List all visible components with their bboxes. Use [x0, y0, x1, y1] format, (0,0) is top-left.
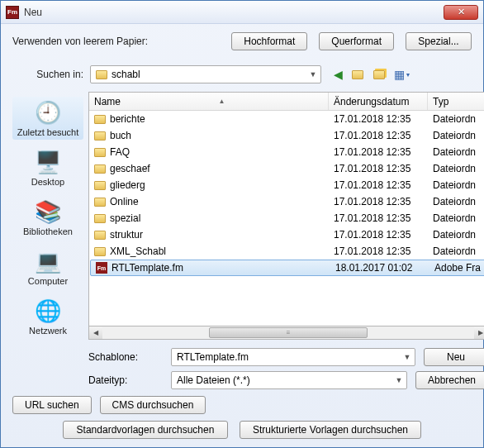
file-date: 17.01.2018 12:35 [329, 179, 428, 191]
list-body[interactable]: berichte17.01.2018 12:35Dateiordnbuch17.… [89, 111, 484, 326]
network-icon: 🌐 [33, 298, 63, 324]
file-name: XML_Schabl [110, 245, 166, 257]
file-name: RTLTemplate.fm [112, 262, 183, 274]
list-header[interactable]: Name ▲ Änderungsdatum Typ [89, 93, 484, 111]
file-date: 17.01.2018 12:35 [329, 146, 428, 158]
filetype-label: Dateityp: [88, 374, 163, 386]
sidebar-item-label: Zuletzt besucht [17, 127, 79, 137]
col-name[interactable]: Name ▲ [89, 93, 329, 110]
filetype-combo[interactable]: Alle Dateien (*.*) ▼ [171, 371, 407, 389]
file-date: 17.01.2018 12:35 [329, 245, 428, 257]
file-type: Adobe Fra [429, 262, 484, 274]
file-row[interactable]: FmRTLTemplate.fm18.01.2017 01:02Adobe Fr… [90, 260, 484, 276]
file-type: Dateiordn [428, 146, 484, 158]
file-type: Dateiordn [428, 212, 484, 224]
horizontal-scrollbar[interactable]: ◀ ≡ ▶ [88, 326, 484, 340]
new-folder-icon[interactable] [372, 66, 389, 83]
file-row[interactable]: struktur17.01.2018 12:35Dateiordn [89, 226, 484, 243]
titlebar[interactable]: Fm Neu ✕ [1, 1, 483, 24]
file-type: Dateiordn [428, 245, 484, 257]
cms-search-button[interactable]: CMS durchsuchen [100, 396, 206, 414]
landscape-button[interactable]: Querformat [319, 32, 394, 50]
file-date: 17.01.2018 12:35 [329, 196, 428, 207]
file-name: spezial [110, 212, 140, 224]
back-icon[interactable]: ◀ [330, 66, 346, 83]
file-name: buch [110, 130, 131, 141]
chevron-down-icon[interactable]: ▼ [391, 372, 406, 388]
file-date: 18.01.2017 01:02 [330, 262, 429, 274]
template-label: Schablone: [88, 351, 163, 363]
struct-templates-button[interactable]: Strukturierte Vorlagen durchsuchen [240, 421, 421, 439]
view-icon[interactable]: ▦▼ [394, 66, 410, 83]
sidebar-item-label: Desktop [31, 177, 64, 187]
file-row[interactable]: geschaef17.01.2018 12:35Dateiordn [89, 160, 484, 177]
file-date: 17.01.2018 12:35 [329, 212, 428, 224]
folder-icon [94, 198, 106, 207]
folder-icon [94, 181, 106, 190]
file-row[interactable]: berichte17.01.2018 12:35Dateiordn [89, 111, 484, 127]
file-date: 17.01.2018 12:35 [329, 113, 428, 125]
folder-icon [94, 247, 106, 256]
special-button[interactable]: Spezial... [406, 32, 472, 50]
file-date: 17.01.2018 12:35 [329, 229, 428, 241]
close-button[interactable]: ✕ [444, 5, 478, 20]
filetype-value: Alle Dateien (*.*) [177, 374, 250, 386]
url-search-button[interactable]: URL suchen [12, 396, 92, 414]
file-name: berichte [110, 113, 145, 125]
desktop-icon: 🖥️ [33, 149, 63, 175]
sidebar-item-recent[interactable]: 🕘Zuletzt besucht [12, 97, 83, 140]
dialog-content: Verwenden von leerem Papier: Hochformat … [1, 24, 483, 447]
sort-asc-icon: ▲ [219, 98, 225, 105]
scroll-thumb[interactable]: ≡ [209, 327, 368, 338]
file-name: gliederg [110, 179, 145, 191]
portrait-button[interactable]: Hochformat [231, 32, 307, 50]
template-combo[interactable]: RTLTemplate.fm ▼ [171, 348, 415, 366]
lookin-label: Suchen in: [12, 69, 83, 80]
file-type: Dateiordn [428, 113, 484, 125]
app-icon: Fm [6, 6, 19, 19]
cancel-button[interactable]: Abbrechen [415, 371, 484, 389]
sidebar-item-label: Computer [28, 276, 68, 286]
std-templates-button[interactable]: Standardvorlagen durchsuchen [63, 421, 228, 439]
window-title: Neu [24, 7, 444, 18]
col-type[interactable]: Typ [428, 93, 484, 110]
folder-icon [94, 148, 106, 157]
folder-icon [94, 164, 106, 174]
file-type: Dateiordn [428, 229, 484, 241]
libraries-icon: 📚 [33, 198, 63, 225]
sidebar-item-network[interactable]: 🌐Netzwerk [12, 295, 83, 338]
folder-icon [94, 214, 106, 223]
blank-paper-label: Verwenden von leerem Papier: [12, 36, 148, 47]
file-name: geschaef [110, 163, 150, 174]
scroll-left-icon[interactable]: ◀ [89, 326, 102, 339]
file-row[interactable]: gliederg17.01.2018 12:35Dateiordn [89, 177, 484, 193]
chevron-down-icon[interactable]: ▼ [400, 349, 415, 365]
lookin-combo[interactable]: schabl ▼ [90, 65, 321, 83]
dialog-window: Fm Neu ✕ Verwenden von leerem Papier: Ho… [0, 0, 484, 448]
sidebar-item-label: Netzwerk [29, 326, 67, 336]
lookin-value: schabl [112, 69, 140, 80]
sidebar-item-desktop[interactable]: 🖥️Desktop [12, 146, 83, 189]
folder-icon [96, 70, 107, 79]
new-button[interactable]: Neu [424, 348, 484, 366]
file-row[interactable]: Online17.01.2018 12:35Dateiordn [89, 193, 484, 210]
chevron-down-icon[interactable]: ▼ [306, 66, 320, 83]
recent-icon: 🕘 [33, 99, 63, 126]
file-type: Dateiordn [428, 130, 484, 141]
scroll-right-icon[interactable]: ▶ [474, 326, 484, 339]
file-type: Dateiordn [428, 179, 484, 191]
file-list[interactable]: Name ▲ Änderungsdatum Typ berichte17.01.… [88, 92, 484, 326]
sidebar-item-computer[interactable]: 💻Computer [12, 245, 83, 288]
file-row[interactable]: buch17.01.2018 12:35Dateiordn [89, 127, 484, 144]
folder-icon [94, 115, 106, 124]
places-sidebar: 🕘Zuletzt besucht🖥️Desktop📚Bibliotheken💻C… [12, 92, 83, 389]
file-row[interactable]: spezial17.01.2018 12:35Dateiordn [89, 210, 484, 226]
template-value: RTLTemplate.fm [177, 351, 249, 363]
sidebar-item-libraries[interactable]: 📚Bibliotheken [12, 196, 83, 239]
file-type: Dateiordn [428, 196, 484, 207]
file-row[interactable]: XML_Schabl17.01.2018 12:35Dateiordn [89, 243, 484, 260]
col-date[interactable]: Änderungsdatum [329, 93, 428, 110]
file-name: FAQ [110, 146, 130, 158]
up-icon[interactable] [351, 66, 368, 83]
file-row[interactable]: FAQ17.01.2018 12:35Dateiordn [89, 144, 484, 160]
